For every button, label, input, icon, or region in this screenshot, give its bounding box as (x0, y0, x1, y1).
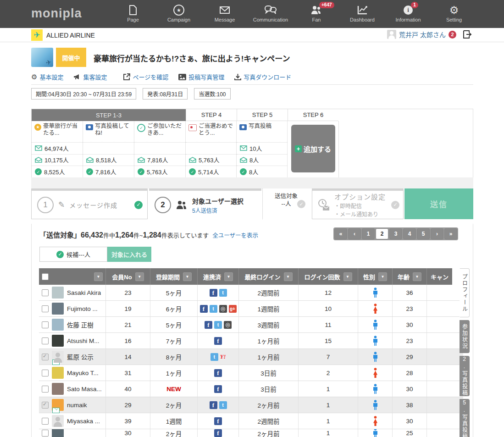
column-dropdown-icon[interactable]: ▼ (413, 272, 421, 281)
login-count-cell: 11 (299, 317, 358, 332)
flow-step-2-box[interactable]: 2 対象ユーザー選択 5人送信済 (149, 188, 261, 219)
table-row[interactable]: Miyasaka ... 39 1週間 f 2週間前 1 30 (39, 413, 463, 429)
last-login-cell: 3日前 (239, 381, 299, 397)
message-envelope-icon (219, 4, 230, 16)
announce-box: 発表:08月31日 (143, 88, 188, 100)
nav-item-dashboard[interactable]: Dashboard (339, 0, 385, 28)
age-cell: 30 (393, 413, 427, 429)
row-checkbox[interactable] (42, 418, 49, 425)
link-attract-settings[interactable]: 集客設定 (73, 72, 107, 81)
step-1-number: 1 (37, 197, 54, 213)
page-3-button[interactable]: 3 (389, 228, 402, 239)
page-2-button-active[interactable]: 2 (376, 228, 388, 239)
table-row[interactable]: Mayuko T... 31 1ヶ月 f 3日前 2 28 (39, 365, 463, 381)
nav-item-campaign[interactable]: ★ Campaign (156, 0, 202, 28)
link-label: 集客設定 (83, 72, 107, 81)
row-checkbox[interactable] (42, 402, 49, 409)
mail-badge-icon (52, 408, 60, 413)
login-count-cell: 2 (299, 365, 358, 381)
tab-photo-post-2[interactable]: 2.写真投稿 (460, 356, 470, 396)
nav-item-communication[interactable]: Communication (248, 0, 294, 28)
last-login-cell: 2週間前 (239, 413, 299, 429)
male-icon (372, 429, 378, 437)
instagram-icon: ◎ (224, 321, 232, 329)
nav-item-page[interactable]: Page (110, 0, 156, 28)
last-login-cell: 1ヶ月前 (239, 349, 299, 365)
gender-cell (358, 285, 393, 300)
candidate-label: 候補---人 (66, 250, 90, 259)
candidate-check-icon: ✓ (56, 251, 64, 258)
header-member-no: 会員No▼ (106, 268, 150, 285)
page-4-button[interactable]: 4 (403, 228, 416, 239)
user-notification-badge[interactable]: 2 (449, 31, 456, 39)
column-dropdown-icon[interactable]: ▼ (183, 272, 192, 281)
table-row[interactable]: 藍原 公示 14 8ヶ月 tY! 1ヶ月前 7 29 (39, 349, 463, 365)
table-row[interactable]: 30 2ヶ月 f 2ヶ月前 1 25 (39, 429, 463, 437)
campaign-cell (427, 349, 452, 365)
column-dropdown-icon[interactable]: ▼ (378, 272, 387, 281)
add-to-target-button[interactable]: 対象に入れる (107, 247, 151, 262)
avatar (52, 367, 64, 379)
page-first-button[interactable]: « (334, 228, 347, 239)
logout-icon[interactable] (463, 30, 472, 39)
send-target-value: --人 (272, 200, 300, 208)
column-dropdown-icon[interactable]: ▼ (135, 272, 144, 281)
user-name-link[interactable]: 荒井戸 太郎さん (399, 30, 446, 39)
step-6-header: STEP 6 (288, 109, 338, 121)
information-count-badge: 1 (411, 2, 418, 8)
table-row[interactable]: Sasaki Akira 23 5ヶ月 ft 2週間前 12 36 (39, 285, 463, 301)
table-row[interactable]: 佐藤 正樹 21 5ヶ月 ft◎ 3週間前 11 30 (39, 317, 463, 333)
page-1-button[interactable]: 1 (362, 228, 375, 239)
column-dropdown-icon[interactable]: ▼ (94, 272, 103, 281)
row-checkbox[interactable] (42, 305, 49, 312)
nav-item-message[interactable]: Message (202, 0, 248, 28)
row-checkbox[interactable] (42, 354, 49, 360)
row-checkbox[interactable] (42, 370, 49, 376)
table-row[interactable]: Sato Masa... 40 NEW f 3日前 1 30 (39, 381, 463, 397)
flow-step-1-box[interactable]: 1 ✎ メッセージ作成 ✓ (31, 188, 148, 219)
add-step-button[interactable]: + 追加する (291, 125, 335, 172)
link-basic-settings[interactable]: ⚙ 基本設定 (31, 72, 63, 81)
brand-block[interactable]: ✈ ALLIED AIRLINE (31, 29, 95, 41)
link-photo-manage[interactable]: 投稿写真管理 (178, 72, 224, 81)
delivered-count: 10人 (249, 144, 262, 153)
step-2-sent-link[interactable]: 5人送信済 (192, 206, 244, 214)
step-column-6: + 追加する (288, 121, 339, 177)
page-5-button[interactable]: 5 (417, 228, 430, 239)
send-button[interactable]: 送信 (404, 188, 473, 219)
tab-profile[interactable]: プロフィール (460, 268, 470, 317)
select-all-checkbox[interactable] (42, 273, 49, 280)
nav-item-information[interactable]: i Information 1 (385, 0, 431, 28)
page-last-button[interactable]: » (444, 228, 457, 239)
table-body: Sasaki Akira 23 5ヶ月 ft 2週間前 12 36 Fujimo… (39, 285, 463, 437)
row-checkbox[interactable] (42, 386, 49, 393)
row-checkbox[interactable] (42, 289, 49, 296)
flow-options-box[interactable]: オプション設定 ・即時配信 ・メール通知あり ✓ (312, 188, 404, 219)
row-checkbox[interactable] (42, 337, 49, 344)
tab-participation[interactable]: 参加状況 (460, 320, 470, 353)
airline-logo-icon: ✈ (31, 29, 43, 41)
open-envelope-icon (138, 157, 145, 163)
nav-item-fan[interactable]: Fan +647 (294, 0, 339, 28)
tab-photo-post-5[interactable]: 5.写真投稿 (460, 399, 470, 437)
column-dropdown-icon[interactable]: ▼ (284, 272, 293, 281)
monipla-logo[interactable]: monipla (31, 6, 82, 21)
page-prev-button[interactable]: ‹ (348, 228, 361, 239)
male-icon (372, 352, 378, 362)
linked-sns-cell: ft (198, 285, 239, 300)
row-checkbox[interactable] (42, 430, 49, 437)
table-row[interactable]: numaik 29 2ヶ月 ft 2ヶ月前 1 38 (39, 397, 463, 413)
row-checkbox[interactable] (42, 321, 49, 328)
show-all-users-link[interactable]: 全ユーザーを表示 (212, 232, 258, 239)
column-dropdown-icon[interactable]: ▼ (224, 272, 233, 281)
opened-count: 8人 (249, 155, 259, 164)
table-row[interactable]: Fujimoto ... 19 6ヶ月 ft◎g+ 1週間前 10 23 (39, 301, 463, 317)
column-dropdown-icon[interactable]: ▼ (343, 272, 352, 281)
campaign-star-icon: ★ (173, 4, 184, 16)
avatar (52, 303, 64, 315)
link-view-page[interactable]: ページを確認 (123, 72, 168, 81)
nav-item-setting[interactable]: ⚙ Setting (431, 0, 477, 28)
page-next-button[interactable]: › (431, 228, 443, 239)
link-photo-download[interactable]: 写真ダウンロード (234, 72, 291, 81)
table-row[interactable]: Atsushi M... 16 7ヶ月 f 1ヶ月前 15 23 (39, 333, 463, 349)
